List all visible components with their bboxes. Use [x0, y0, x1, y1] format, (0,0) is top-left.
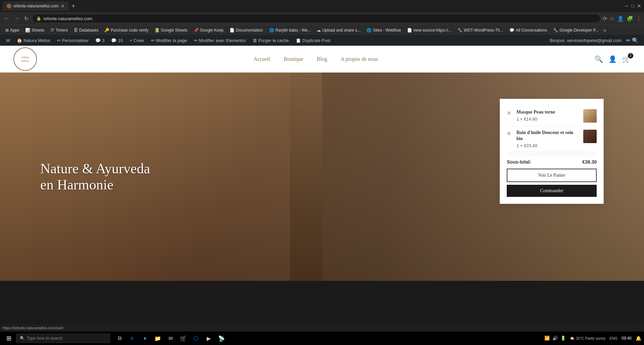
google-dev-icon: 🔧	[553, 28, 558, 33]
hero-line1: Nature & Ayurveda	[40, 161, 150, 177]
nav-accueil[interactable]: Accueil	[253, 56, 270, 62]
more-bookmarks-button[interactable]: »	[603, 27, 606, 33]
taskbar-mail-icon[interactable]: ✉	[165, 333, 176, 344]
status-url: https://refonte.naturameliss.com/cart/	[3, 326, 63, 330]
remove-item-2-button[interactable]: ✕	[507, 130, 511, 137]
bookmark-timers-label: Timers	[56, 28, 68, 33]
battery-icon[interactable]: 🔋	[560, 336, 566, 341]
nav-boutique[interactable]: Boutique	[284, 56, 303, 62]
bookmark-conversations[interactable]: 💬 All Conversations	[507, 27, 550, 33]
volume-icon[interactable]: 🔊	[552, 336, 558, 341]
site-header-icons: 🔍 👤 🛒 2	[595, 55, 631, 63]
remove-item-1-button[interactable]: ✕	[507, 110, 511, 116]
bookmark-documentation[interactable]: 📄 Documentation	[227, 27, 266, 33]
customize-icon: ✏	[57, 38, 61, 43]
site-header: naturaméliss Accueil Boutique Blog A pro…	[0, 46, 644, 73]
notification-icon[interactable]: 🔔	[636, 336, 641, 341]
translate-icon[interactable]: ⟳	[603, 15, 607, 22]
bookmark-view-source[interactable]: 📄 view-source:https://...	[404, 27, 454, 33]
site-logo[interactable]: naturaméliss	[13, 47, 37, 71]
tab-close-icon[interactable]: ✕	[61, 3, 65, 9]
extensions-icon[interactable]: 🧩	[627, 15, 633, 22]
wp-comments-10[interactable]: 💬 10	[108, 35, 126, 46]
wp-edit-elementor[interactable]: ✏ Modifier avec Elementor	[191, 35, 249, 46]
bookmark-wdt[interactable]: 🔧 WDT-WordPress-Th...	[455, 27, 506, 33]
bookmark-databases[interactable]: 🗄 Databases	[71, 27, 101, 33]
cart-item-2-info: Bain d'huile Douceur et soin bio 1 × €23…	[516, 130, 580, 148]
bookmark-purchase-code[interactable]: 🔑 Purchase code verify	[102, 27, 151, 33]
sys-tray: 📶 🔊 🔋	[544, 336, 566, 341]
taskbar-vscode-icon[interactable]: ⬡	[191, 333, 201, 344]
taskbar-task-view[interactable]: ⧉	[114, 333, 125, 344]
view-source-icon: 📄	[407, 28, 412, 33]
cart-item-2-name: Bain d'huile Douceur et soin bio	[516, 130, 580, 142]
weather-widget[interactable]: ⛅ 32°C Partly sunny	[570, 336, 605, 340]
bookmark-upload[interactable]: ☁ Upload and share s...	[314, 27, 363, 33]
cart-dropdown: ✕ Masque Peau terne 1 × €14.90 ✕ Bain d'…	[500, 99, 604, 204]
taskbar-time-value: 09:40	[622, 336, 632, 341]
wp-comments-3[interactable]: 💬 3	[92, 35, 108, 46]
taskbar-filezilla-icon[interactable]: 📡	[216, 333, 227, 344]
wdt-icon: 🔧	[457, 28, 462, 33]
bookmark-google-sheets[interactable]: 📗 Google Sheets	[152, 27, 190, 33]
tab-title: refonte.naturameliss.com	[13, 4, 59, 8]
bookmark-webflow-label: Sites - Webflow	[373, 28, 401, 33]
wp-purge-cache[interactable]: 🗑 Purger le cache	[249, 35, 292, 46]
site-account-icon[interactable]: 👤	[608, 55, 617, 63]
bookmark-sheets[interactable]: 📊 Sheets	[22, 27, 47, 33]
wp-site-name[interactable]: 🏠 Natura Meliss	[13, 35, 53, 46]
taskbar-clock[interactable]: 09:40	[622, 336, 632, 341]
wp-logo-icon: W	[6, 38, 10, 43]
bookmark-view-source-label: view-source:https://...	[413, 28, 451, 33]
start-button[interactable]: ⊞	[3, 332, 15, 344]
tab-favicon	[7, 4, 11, 8]
new-tab-button[interactable]: +	[71, 2, 76, 10]
taskbar-terminal-icon[interactable]: ▶	[203, 333, 214, 344]
edit-page-icon: ✏	[151, 38, 155, 43]
profile-icon[interactable]: 👤	[617, 15, 624, 22]
taskbar-chrome-icon[interactable]: ●	[140, 333, 150, 344]
wp-customize[interactable]: ✏ Personnaliser	[54, 35, 92, 46]
wp-search-icon[interactable]: 🔍	[632, 37, 641, 44]
wp-user-edit-icon[interactable]: ✏	[626, 37, 631, 44]
google-sheets-icon: 📗	[154, 28, 159, 33]
reload-button[interactable]: ↻	[23, 15, 30, 23]
wp-purge-label: Purger le cache	[258, 38, 289, 43]
commander-button[interactable]: Commander	[507, 185, 597, 197]
bookmark-sheets-label: Sheets	[32, 28, 44, 33]
bookmark-google-keep[interactable]: 📌 Google Keep	[191, 27, 226, 33]
bookmark-webflow[interactable]: 🌐 Sites - Webflow	[364, 27, 403, 33]
wp-duplicate[interactable]: 📋 Duplicate Post	[292, 35, 334, 46]
taskbar-edge-icon[interactable]: e	[127, 333, 138, 344]
bookmark-timers[interactable]: ⏱ Timers	[48, 27, 70, 33]
site-search-icon[interactable]: 🔍	[595, 55, 603, 63]
more-options-icon[interactable]: ⋮	[636, 15, 641, 22]
wp-logo-item[interactable]: W	[3, 35, 13, 46]
taskbar-search[interactable]: 🔍 Type here to search	[16, 334, 110, 343]
nav-blog[interactable]: Blog	[317, 56, 327, 62]
nav-apropos[interactable]: A propos de nous	[341, 56, 378, 62]
bookmark-google-dev-label: Google Developer P...	[559, 28, 599, 33]
wp-edit-page[interactable]: ✏ Modifier la page	[148, 35, 191, 46]
cart-icon-wrap[interactable]: 🛒 2	[622, 55, 631, 63]
wp-create[interactable]: + Créer	[126, 35, 148, 46]
maximize-button[interactable]: □	[631, 3, 634, 9]
taskbar-explorer-icon[interactable]: 📁	[152, 333, 163, 344]
cart-item-2-price: 1 × €23.40	[516, 143, 580, 148]
bookmark-apps[interactable]: ⊞ Apps	[3, 27, 22, 33]
minimize-button[interactable]: ─	[625, 3, 629, 9]
forward-button[interactable]: →	[13, 15, 21, 22]
close-window-button[interactable]: ✕	[637, 3, 641, 9]
url-bar[interactable]: 🔒 refonte.naturameliss.com	[32, 14, 601, 23]
bookmark-google-dev[interactable]: 🔧 Google Developer P...	[550, 27, 601, 33]
bookmark-ranjith[interactable]: 🌐 Ranjith babu - We...	[266, 27, 314, 33]
voir-panier-button[interactable]: Voir Le Panier	[507, 169, 597, 182]
active-browser-tab[interactable]: refonte.naturameliss.com ✕	[3, 1, 69, 11]
create-icon: +	[130, 38, 132, 43]
wp-edit-page-label: Modifier la page	[156, 38, 187, 43]
bookmark-star-icon[interactable]: ☆	[610, 15, 614, 22]
network-icon[interactable]: 📶	[544, 336, 550, 341]
taskbar-store-icon[interactable]: 🛒	[178, 333, 189, 344]
comments10-icon: 💬	[111, 38, 116, 43]
back-button[interactable]: ←	[3, 15, 11, 22]
